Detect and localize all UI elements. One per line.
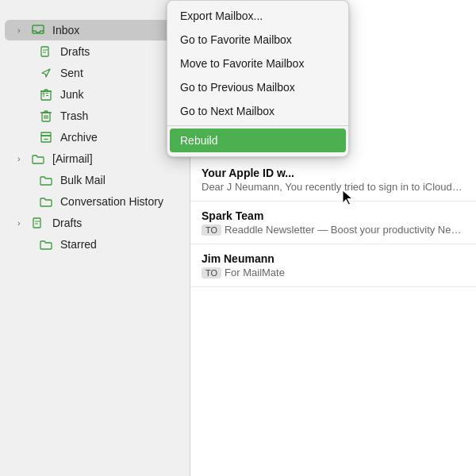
- sidebar-item-label: Starred: [60, 238, 175, 251]
- sidebar-item-inbox[interactable]: ›Inbox5: [5, 20, 185, 40]
- email-preview: TOFor MailMate: [202, 267, 465, 278]
- sidebar: ›Inbox5Drafts2SentJunk4Trash6Archive›[Ai…: [0, 0, 190, 476]
- sidebar-item-label: Bulk Mail: [60, 174, 175, 186]
- sidebar-item-drafts[interactable]: Drafts2: [5, 41, 185, 62]
- email-tag: TO: [202, 225, 221, 236]
- mailbox-icon: [30, 25, 46, 36]
- mailbox-icon: [38, 89, 54, 101]
- mailbox-icon: [38, 46, 54, 58]
- menu-item-goto-prev[interactable]: Go to Previous Mailbox: [167, 75, 348, 99]
- svg-rect-3: [43, 93, 44, 94]
- email-list-item[interactable]: Jim NeumannTOFor MailMate: [190, 244, 476, 287]
- sidebar-item-airmail[interactable]: ›[Airmail]: [5, 148, 185, 169]
- sidebar-item-label: Sent: [60, 67, 175, 79]
- sidebar-item-label: [Airmail]: [52, 152, 175, 165]
- menu-item-goto-next[interactable]: Go to Next Mailbox: [167, 99, 348, 123]
- menu-item-export[interactable]: Export Mailbox...: [167, 4, 348, 28]
- sidebar-item-sent[interactable]: Sent: [5, 63, 185, 83]
- menu-item-goto-fav[interactable]: Go to Favorite Mailbox: [167, 28, 348, 52]
- chevron-icon: ›: [17, 154, 29, 163]
- email-list-item[interactable]: Your Apple ID w...Dear J Neumann, You re…: [190, 159, 476, 202]
- email-tag: TO: [202, 267, 221, 278]
- sidebar-item-archive[interactable]: Archive: [5, 127, 185, 148]
- mailbox-icon: [38, 67, 54, 79]
- sidebar-items-container: ›Inbox5Drafts2SentJunk4Trash6Archive›[Ai…: [0, 20, 190, 255]
- mailbox-icon: [38, 110, 54, 122]
- menu-divider: [167, 125, 348, 126]
- sidebar-item-starred[interactable]: Starred: [5, 234, 185, 255]
- sidebar-item-label: Trash: [60, 109, 170, 122]
- sidebar-item-convhistory[interactable]: Conversation History: [5, 191, 185, 212]
- chevron-icon: ›: [17, 25, 29, 35]
- menu-items-container: Export Mailbox...Go to Favorite MailboxM…: [167, 4, 348, 152]
- context-menu[interactable]: Export Mailbox...Go to Favorite MailboxM…: [167, 0, 349, 157]
- svg-rect-1: [41, 47, 48, 56]
- mailbox-icon: [38, 132, 54, 143]
- sidebar-item-bulkmail[interactable]: Bulk Mail: [5, 170, 185, 190]
- mailbox-icon: [38, 197, 54, 207]
- sidebar-item-label: Conversation History: [60, 195, 175, 208]
- email-list-item[interactable]: Spark TeamTOReaddle Newsletter — Boost y…: [190, 202, 476, 244]
- menu-item-move-fav[interactable]: Move to Favorite Mailbox: [167, 52, 348, 75]
- email-preview: TOReaddle Newsletter — Boost your produc…: [202, 224, 465, 236]
- email-sender: Spark Team: [202, 209, 465, 222]
- email-sender: Your Apple ID w...: [202, 167, 465, 179]
- sidebar-item-label: Inbox: [52, 24, 170, 36]
- sidebar-item-label: Junk: [60, 88, 170, 101]
- sidebar-item-trash[interactable]: Trash6: [5, 106, 185, 126]
- mailbox-icon: [30, 154, 46, 164]
- email-items-container: Your Apple ID w...Dear J Neumann, You re…: [190, 159, 476, 287]
- sidebar-item-drafts2[interactable]: ›Drafts: [5, 213, 185, 233]
- sidebar-item-label: Archive: [60, 131, 175, 144]
- email-preview: Dear J Neumann, You recently tried to si…: [202, 181, 465, 193]
- sidebar-item-label: Drafts: [60, 45, 170, 58]
- sidebar-item-label: Drafts: [52, 217, 175, 229]
- sidebar-header: [0, 8, 190, 19]
- mailbox-icon: [38, 175, 54, 186]
- chevron-icon: ›: [17, 218, 29, 228]
- menu-item-rebuild[interactable]: Rebuild: [170, 129, 346, 152]
- email-sender: Jim Neumann: [202, 252, 465, 265]
- svg-rect-7: [33, 218, 40, 228]
- sidebar-item-junk[interactable]: Junk4: [5, 84, 185, 105]
- mailbox-icon: [38, 240, 54, 250]
- mailbox-icon: [30, 217, 46, 229]
